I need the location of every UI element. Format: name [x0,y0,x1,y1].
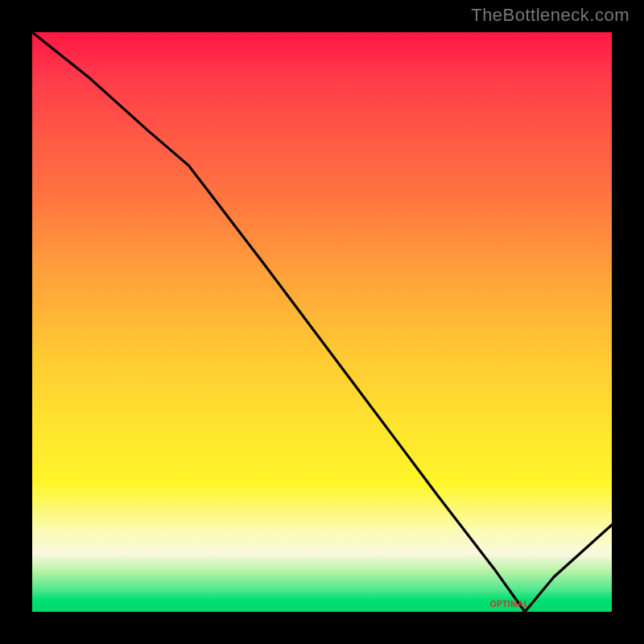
watermark-text: TheBottleneck.com [471,5,630,26]
plot-area: OPTIMAL [32,32,612,612]
optimal-marker-label: OPTIMAL [490,600,530,609]
chart-stage: TheBottleneck.com OPTIMAL [0,0,644,644]
bottleneck-curve [32,32,612,612]
